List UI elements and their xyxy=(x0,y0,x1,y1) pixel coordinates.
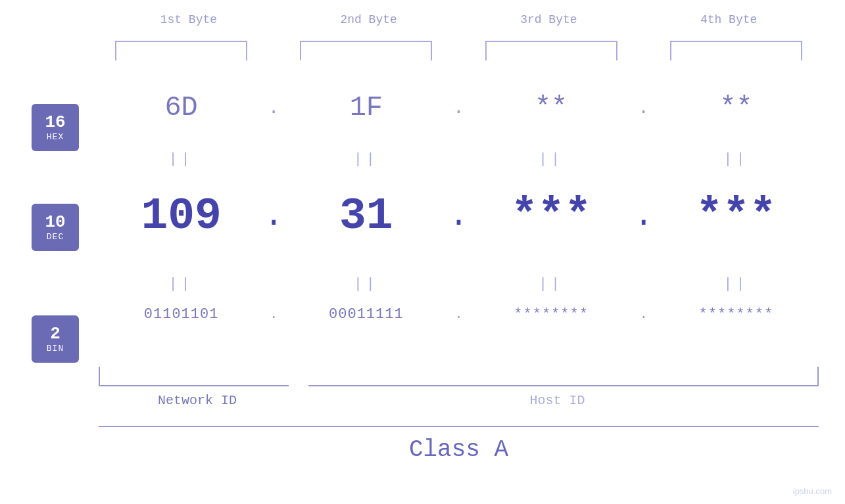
hex-b3: ** xyxy=(469,92,634,124)
dec-dot1: . xyxy=(264,197,283,235)
bin-dot3: . xyxy=(634,307,654,322)
bin-badge: 2 BIN xyxy=(32,315,79,363)
id-labels: Network ID Host ID xyxy=(99,393,819,408)
bin-b2: 00011111 xyxy=(283,306,448,323)
top-brackets xyxy=(99,41,819,60)
bin-dot1: . xyxy=(264,307,283,322)
hex-dot3: . xyxy=(634,98,654,118)
byte2-label: 2nd Byte xyxy=(279,13,459,26)
eq1-b3: || xyxy=(469,151,634,168)
bottom-brackets xyxy=(99,367,819,386)
byte1-label: 1st Byte xyxy=(99,13,279,26)
bracket-inner-3 xyxy=(485,41,617,60)
dec-b4: *** xyxy=(654,191,819,241)
hex-badge-label: HEX xyxy=(47,132,64,142)
dec-badge-label: DEC xyxy=(47,232,64,242)
dec-b2: 31 xyxy=(283,191,448,241)
bracket-inner-2 xyxy=(300,41,432,60)
equals-row-2: || || || || xyxy=(99,276,819,292)
host-id-label: Host ID xyxy=(296,393,819,408)
bin-dot2: . xyxy=(449,307,469,322)
bin-b1: 01101101 xyxy=(99,306,264,323)
eq2-b4: || xyxy=(654,276,819,292)
class-line xyxy=(99,426,819,427)
col-bracket-4 xyxy=(654,41,819,60)
dec-b1: 109 xyxy=(99,191,264,241)
byte3-label: 3rd Byte xyxy=(459,13,639,26)
col-sep-2 xyxy=(449,41,469,60)
col-bracket-1 xyxy=(99,41,264,60)
hex-b2: 1F xyxy=(283,92,448,124)
network-bracket xyxy=(99,367,289,386)
watermark: ipshu.com xyxy=(793,486,832,496)
main-container: 16 HEX 10 DEC 2 BIN 1st Byte 2nd Byte 3r… xyxy=(0,0,845,504)
byte4-label: 4th Byte xyxy=(639,13,819,26)
eq2-b3: || xyxy=(469,276,634,292)
col-sep-1 xyxy=(264,41,283,60)
dec-badge-num: 10 xyxy=(45,213,65,232)
hex-badge: 16 HEX xyxy=(32,104,79,151)
equals-row-1: || || || || xyxy=(99,151,819,168)
col-bracket-2 xyxy=(283,41,448,60)
eq1-b4: || xyxy=(654,151,819,168)
bin-b3: ******** xyxy=(469,306,634,323)
bin-badge-num: 2 xyxy=(50,325,60,344)
bin-b4: ******** xyxy=(654,306,819,323)
dec-badge: 10 DEC xyxy=(32,204,79,251)
hex-dot1: . xyxy=(264,98,283,118)
bin-row: 01101101 . 00011111 . ******** . *******… xyxy=(99,306,819,323)
bracket-inner-4 xyxy=(670,41,802,60)
eq1-b2: || xyxy=(283,151,448,168)
bracket-inner-1 xyxy=(115,41,247,60)
col-bracket-3 xyxy=(469,41,634,60)
dec-row: 109 . 31 . *** . *** xyxy=(99,191,819,241)
hex-row: 6D . 1F . ** . ** xyxy=(99,92,819,124)
class-label: Class A xyxy=(99,436,819,463)
col-sep-3 xyxy=(634,41,654,60)
host-bracket xyxy=(308,367,819,386)
byte-labels-row: 1st Byte 2nd Byte 3rd Byte 4th Byte xyxy=(99,13,819,26)
dec-dot2: . xyxy=(449,197,469,235)
dec-dot3: . xyxy=(634,197,654,235)
eq2-b1: || xyxy=(99,276,264,292)
hex-dot2: . xyxy=(449,98,469,118)
dec-b3: *** xyxy=(469,191,634,241)
class-row: Class A xyxy=(99,426,819,463)
hex-b4: ** xyxy=(654,92,819,124)
network-id-label: Network ID xyxy=(99,393,296,408)
bin-badge-label: BIN xyxy=(47,344,64,354)
eq1-b1: || xyxy=(99,151,264,168)
eq2-b2: || xyxy=(283,276,448,292)
hex-badge-num: 16 xyxy=(45,113,65,132)
hex-b1: 6D xyxy=(99,92,264,124)
